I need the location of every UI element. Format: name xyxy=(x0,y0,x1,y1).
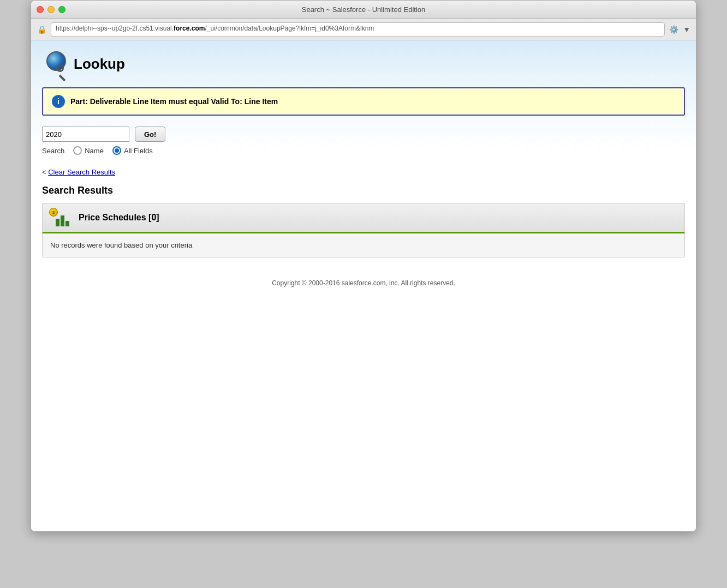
clear-results-row: < Clear Search Results xyxy=(42,168,685,176)
radio-name-button[interactable] xyxy=(73,146,82,155)
info-banner-text: Part: Deliverable Line Item must equal V… xyxy=(70,97,278,106)
url-path: /_ui/common/data/LookupPage?lkfm=j_id0%3… xyxy=(205,25,374,32)
bar-2 xyxy=(61,215,64,226)
traffic-lights xyxy=(37,6,65,13)
price-schedule-icon: $ xyxy=(50,209,73,226)
search-bar: Go! xyxy=(42,127,685,142)
results-card: $ Price Schedules [0] No records were fo… xyxy=(42,203,685,257)
radio-name-option[interactable]: Name xyxy=(73,146,104,155)
radio-allfields-option[interactable]: All Fields xyxy=(112,146,153,155)
magnifier-ring-icon xyxy=(56,64,64,72)
titlebar: Search ~ Salesforce - Unlimited Edition xyxy=(31,1,696,19)
radio-name-label: Name xyxy=(85,147,104,155)
go-button[interactable]: Go! xyxy=(135,127,165,142)
results-card-title: Price Schedules [0] xyxy=(79,213,159,223)
clear-search-results-link[interactable]: Clear Search Results xyxy=(48,168,115,176)
browser-menu-icon[interactable]: ⚙️ xyxy=(669,25,678,34)
lookup-header: Lookup xyxy=(42,51,685,76)
close-button[interactable] xyxy=(37,6,44,13)
footer-text: Copyright © 2000-2016 salesforce.com, in… xyxy=(272,279,455,287)
url-prefix: https://delphi--sps--up2go-2f.cs51.visua… xyxy=(56,25,174,32)
lookup-icon xyxy=(42,51,67,76)
ssl-lock-icon: 🔒 xyxy=(37,23,46,35)
radio-allfields-label: All Fields xyxy=(124,147,153,155)
info-banner: i Part: Deliverable Line Item must equal… xyxy=(42,87,685,116)
bar-3 xyxy=(65,221,69,226)
dropdown-arrow-icon[interactable]: ▼ xyxy=(683,25,690,34)
results-card-header: $ Price Schedules [0] xyxy=(43,203,684,233)
maximize-button[interactable] xyxy=(58,6,65,13)
url-bar[interactable]: https://delphi--sps--up2go-2f.cs51.visua… xyxy=(51,22,665,37)
browser-window: Search ~ Salesforce - Unlimited Edition … xyxy=(31,0,696,532)
search-options: Search Name All Fields xyxy=(42,146,685,155)
url-domain: force.com xyxy=(174,25,205,32)
bar-1 xyxy=(56,219,59,226)
page-content: Lookup i Part: Deliverable Line Item mus… xyxy=(31,40,696,531)
minimize-button[interactable] xyxy=(47,6,55,13)
radio-allfields-button[interactable] xyxy=(112,146,121,155)
search-label: Search xyxy=(42,147,64,155)
window-title: Search ~ Salesforce - Unlimited Edition xyxy=(302,5,426,14)
less-than-symbol: < xyxy=(42,168,48,176)
search-input[interactable] xyxy=(42,127,129,142)
page-footer: Copyright © 2000-2016 salesforce.com, in… xyxy=(42,268,685,298)
bar-chart-icon xyxy=(56,211,73,226)
results-card-body: No records were found based on your crit… xyxy=(43,233,684,257)
page-title: Lookup xyxy=(74,56,125,73)
info-icon: i xyxy=(52,95,65,108)
addressbar: 🔒 https://delphi--sps--up2go-2f.cs51.vis… xyxy=(31,19,696,40)
no-records-message: No records were found based on your crit… xyxy=(50,241,192,249)
search-results-heading: Search Results xyxy=(42,185,685,196)
magnifier-handle-icon xyxy=(59,75,66,82)
